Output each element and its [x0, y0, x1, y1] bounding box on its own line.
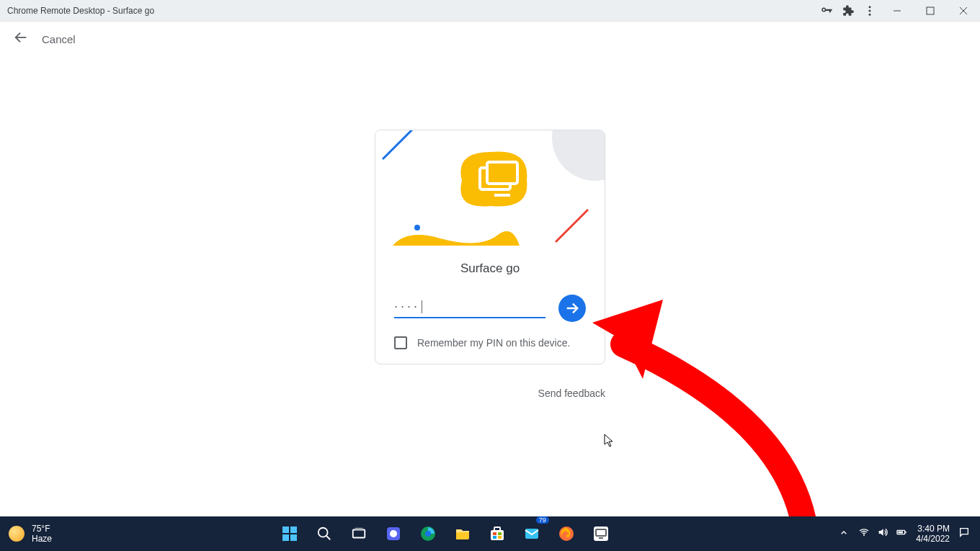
- svg-point-1: [869, 9, 871, 12]
- mail-badge: 79: [536, 516, 549, 524]
- svg-rect-26: [493, 532, 496, 535]
- pin-input[interactable]: ····: [394, 299, 545, 318]
- taskbar-center: 79: [275, 519, 615, 548]
- svg-rect-37: [906, 532, 906, 534]
- extension-icon[interactable]: [837, 0, 859, 22]
- svg-point-23: [425, 531, 431, 537]
- tray-expand-button[interactable]: [838, 527, 850, 541]
- svg-point-16: [318, 528, 327, 537]
- annotation-arrow: [584, 258, 872, 551]
- svg-rect-25: [494, 527, 500, 531]
- menu-dots-icon[interactable]: [859, 0, 881, 22]
- wifi-icon[interactable]: [858, 527, 870, 541]
- device-name-label: Surface go: [394, 261, 586, 276]
- svg-rect-24: [491, 530, 504, 540]
- taskbar: 75°F Haze 79: [0, 516, 980, 551]
- page-toolbar: Cancel: [0, 22, 980, 56]
- window-controls: [816, 0, 980, 22]
- svg-rect-27: [498, 532, 502, 535]
- weather-temp: 75°F: [32, 524, 52, 534]
- chat-app-icon[interactable]: [379, 519, 408, 548]
- svg-line-9: [383, 130, 415, 159]
- card-illustration: [375, 130, 605, 246]
- svg-point-13: [414, 225, 420, 230]
- content-area: Surface go ···· Remember my PIN on this …: [0, 56, 980, 516]
- cancel-button[interactable]: Cancel: [42, 33, 76, 45]
- window-maximize-button[interactable]: [914, 0, 947, 22]
- taskbar-right: 3:40 PM 4/4/2022: [838, 524, 980, 545]
- start-button[interactable]: [275, 519, 304, 548]
- svg-line-14: [556, 210, 588, 242]
- weather-condition: Haze: [32, 534, 52, 544]
- connect-card: Surface go ···· Remember my PIN on this …: [375, 130, 605, 364]
- firefox-icon[interactable]: [552, 519, 581, 548]
- weather-icon: [9, 526, 24, 542]
- edge-browser-icon[interactable]: [414, 519, 442, 548]
- clock-date: 4/4/2022: [916, 534, 950, 544]
- window-titlebar: Chrome Remote Desktop - Surface go: [0, 0, 980, 22]
- pin-input-value: ····: [394, 299, 420, 313]
- window-close-button[interactable]: [947, 0, 980, 22]
- svg-rect-19: [355, 528, 362, 530]
- svg-point-21: [390, 530, 397, 537]
- taskbar-clock[interactable]: 3:40 PM 4/4/2022: [916, 524, 950, 545]
- svg-line-17: [326, 536, 330, 540]
- volume-icon[interactable]: [877, 527, 888, 541]
- notifications-button[interactable]: [958, 527, 970, 541]
- mail-app-icon[interactable]: 79: [517, 519, 546, 548]
- back-button[interactable]: [13, 30, 29, 48]
- svg-rect-18: [352, 530, 365, 538]
- window-minimize-button[interactable]: [881, 0, 914, 22]
- remember-pin-checkbox[interactable]: [394, 336, 407, 349]
- battery-icon[interactable]: [896, 527, 907, 541]
- send-feedback-link[interactable]: Send feedback: [375, 388, 605, 399]
- svg-point-2: [869, 13, 871, 15]
- window-title: Chrome Remote Desktop - Surface go: [7, 6, 154, 16]
- svg-rect-28: [493, 536, 496, 539]
- task-view-button[interactable]: [344, 519, 373, 548]
- svg-point-35: [863, 534, 865, 536]
- clock-time: 3:40 PM: [916, 524, 950, 534]
- mouse-cursor-icon: [604, 434, 615, 448]
- submit-pin-button[interactable]: [558, 295, 586, 322]
- svg-point-0: [869, 6, 871, 8]
- card-body: Surface go ···· Remember my PIN on this …: [375, 246, 605, 364]
- taskbar-weather[interactable]: 75°F Haze: [0, 524, 52, 545]
- file-explorer-icon[interactable]: [448, 519, 477, 548]
- taskbar-search-button[interactable]: [310, 519, 339, 548]
- svg-rect-11: [487, 162, 517, 184]
- chrome-remote-desktop-icon[interactable]: [587, 519, 615, 548]
- svg-rect-29: [498, 536, 502, 539]
- key-icon[interactable]: [816, 0, 837, 22]
- svg-rect-38: [899, 532, 904, 534]
- remember-pin-label: Remember my PIN on this device.: [417, 337, 570, 349]
- svg-rect-4: [927, 7, 934, 14]
- svg-point-8: [552, 130, 605, 181]
- store-icon[interactable]: [483, 519, 512, 548]
